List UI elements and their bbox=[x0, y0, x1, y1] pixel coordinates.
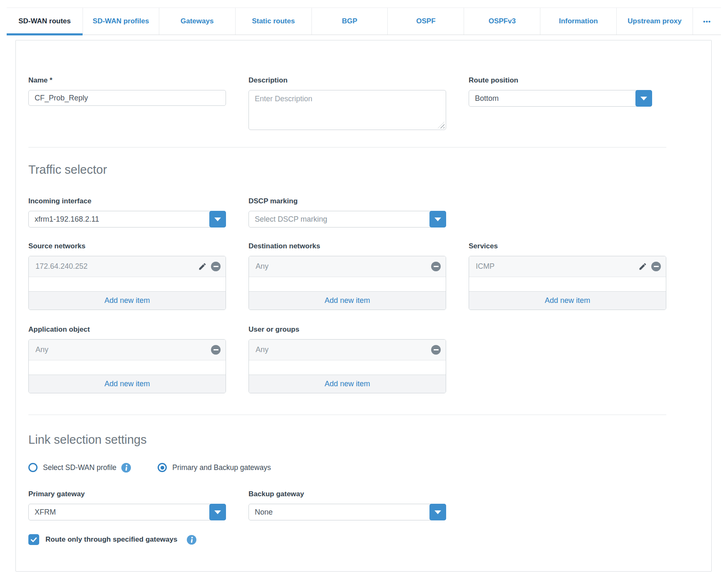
tab-ospf[interactable]: OSPF bbox=[387, 8, 464, 35]
application-object-field: Application object Any Add new item bbox=[28, 325, 226, 393]
chevron-down-icon[interactable] bbox=[429, 211, 446, 228]
backup-gateway-value: None bbox=[255, 508, 273, 517]
list-item: 172.64.240.252 bbox=[29, 256, 226, 277]
name-input[interactable] bbox=[28, 90, 226, 106]
route-edit-panel: Name * Description Route position Bottom… bbox=[15, 40, 712, 572]
application-object-listbox: Any Add new item bbox=[28, 339, 226, 393]
tab-bgp[interactable]: BGP bbox=[311, 8, 388, 35]
route-position-field: Route position Bottom bbox=[469, 76, 666, 107]
incoming-interface-label: Incoming interface bbox=[28, 197, 226, 205]
radio-primary-backup-gateways[interactable]: Primary and Backup gateways bbox=[158, 463, 271, 472]
list-item: Any bbox=[29, 340, 226, 360]
link-selection-radio-group: Select SD-WAN profile Primary and Backup… bbox=[28, 462, 667, 472]
user-or-groups-label: User or groups bbox=[249, 325, 446, 334]
route-position-select[interactable]: Bottom bbox=[469, 90, 652, 107]
description-field: Description bbox=[249, 76, 446, 130]
list-item-value: ICMP bbox=[476, 262, 638, 271]
chevron-down-icon[interactable] bbox=[429, 504, 446, 520]
traffic-selector-title: Traffic selector bbox=[28, 162, 667, 177]
destination-networks-label: Destination networks bbox=[249, 242, 446, 250]
tab-upstream-proxy[interactable]: Upstream proxy bbox=[616, 8, 693, 35]
tab-sdwan-routes[interactable]: SD-WAN routes bbox=[7, 8, 83, 35]
add-new-item-button[interactable]: Add new item bbox=[249, 375, 446, 393]
listbox-empty-area bbox=[249, 277, 446, 291]
edit-pencil-icon[interactable] bbox=[638, 262, 647, 271]
listbox-empty-area bbox=[469, 277, 666, 291]
list-item: Any bbox=[249, 256, 446, 277]
incoming-interface-select[interactable]: xfrm1-192.168.2.11 bbox=[28, 211, 226, 228]
backup-gateway-field: Backup gateway None bbox=[249, 490, 446, 520]
destination-networks-field: Destination networks Any Add new item bbox=[249, 242, 446, 310]
list-item-value: Any bbox=[35, 345, 211, 354]
user-or-groups-field: User or groups Any Add new item bbox=[249, 325, 446, 393]
backup-gateway-select[interactable]: None bbox=[249, 504, 446, 520]
remove-icon[interactable] bbox=[651, 262, 661, 271]
tab-sdwan-profiles[interactable]: SD-WAN profiles bbox=[83, 8, 159, 35]
section-divider bbox=[28, 147, 666, 148]
radio-selected-icon[interactable] bbox=[158, 463, 167, 472]
user-or-groups-listbox: Any Add new item bbox=[249, 339, 446, 393]
radio-select-sdwan-profile[interactable]: Select SD-WAN profile bbox=[28, 463, 131, 472]
source-networks-label: Source networks bbox=[28, 242, 226, 250]
route-position-value: Bottom bbox=[475, 94, 499, 103]
remove-icon[interactable] bbox=[431, 345, 441, 355]
edit-pencil-icon[interactable] bbox=[198, 262, 207, 271]
route-position-label: Route position bbox=[469, 76, 666, 85]
chevron-down-icon[interactable] bbox=[635, 90, 652, 107]
description-textarea[interactable] bbox=[249, 90, 446, 130]
list-item-value: Any bbox=[256, 345, 431, 354]
tab-gateways[interactable]: Gateways bbox=[159, 8, 235, 35]
list-item: Any bbox=[249, 340, 446, 360]
description-label: Description bbox=[249, 76, 446, 85]
radio-label: Select SD-WAN profile bbox=[43, 463, 116, 472]
route-only-label: Route only through specified gateways bbox=[45, 535, 177, 544]
checkbox-checked-icon[interactable] bbox=[28, 534, 39, 545]
listbox-empty-area bbox=[29, 360, 226, 375]
application-object-label: Application object bbox=[28, 325, 226, 334]
backup-gateway-label: Backup gateway bbox=[249, 490, 446, 498]
source-networks-field: Source networks 172.64.240.252 Add new i… bbox=[28, 242, 226, 310]
listbox-empty-area bbox=[249, 360, 446, 375]
listbox-empty-area bbox=[29, 277, 226, 291]
add-new-item-button[interactable]: Add new item bbox=[469, 291, 666, 310]
services-field: Services ICMP Add new item bbox=[469, 242, 666, 310]
info-icon[interactable] bbox=[121, 463, 131, 472]
dscp-marking-placeholder: Select DSCP marking bbox=[255, 215, 327, 224]
tab-ospfv3[interactable]: OSPFv3 bbox=[464, 8, 540, 35]
chevron-down-icon[interactable] bbox=[209, 211, 226, 228]
dscp-marking-select[interactable]: Select DSCP marking bbox=[249, 211, 446, 228]
add-new-item-button[interactable]: Add new item bbox=[249, 291, 446, 310]
primary-gateway-label: Primary gateway bbox=[28, 490, 226, 498]
list-item-value: 172.64.240.252 bbox=[35, 262, 198, 271]
more-tabs-icon[interactable]: ••• bbox=[693, 8, 721, 35]
dscp-marking-field: DSCP marking Select DSCP marking bbox=[249, 197, 446, 228]
source-networks-listbox: 172.64.240.252 Add new item bbox=[28, 256, 226, 310]
radio-label: Primary and Backup gateways bbox=[172, 463, 271, 472]
add-new-item-button[interactable]: Add new item bbox=[29, 291, 226, 310]
section-divider bbox=[28, 415, 666, 415]
dscp-marking-label: DSCP marking bbox=[249, 197, 446, 205]
remove-icon[interactable] bbox=[431, 262, 441, 271]
services-label: Services bbox=[469, 242, 666, 250]
list-item: ICMP bbox=[469, 256, 666, 277]
chevron-down-icon[interactable] bbox=[209, 504, 226, 520]
primary-gateway-select[interactable]: XFRM bbox=[28, 504, 226, 520]
services-listbox: ICMP Add new item bbox=[469, 256, 666, 310]
incoming-interface-field: Incoming interface xfrm1-192.168.2.11 bbox=[28, 197, 226, 228]
tab-information[interactable]: Information bbox=[540, 8, 616, 35]
remove-icon[interactable] bbox=[211, 345, 221, 355]
add-new-item-button[interactable]: Add new item bbox=[29, 375, 226, 393]
info-icon[interactable] bbox=[187, 535, 196, 545]
tab-static-routes[interactable]: Static routes bbox=[235, 8, 311, 35]
primary-gateway-field: Primary gateway XFRM bbox=[28, 490, 226, 520]
primary-gateway-value: XFRM bbox=[35, 508, 56, 517]
incoming-interface-value: xfrm1-192.168.2.11 bbox=[35, 215, 99, 224]
destination-networks-listbox: Any Add new item bbox=[249, 256, 446, 310]
name-field: Name * bbox=[28, 76, 226, 106]
remove-icon[interactable] bbox=[211, 262, 221, 271]
link-selection-title: Link selection settings bbox=[28, 432, 667, 447]
radio-unselected-icon[interactable] bbox=[28, 463, 38, 472]
name-label: Name * bbox=[28, 76, 226, 85]
list-item-value: Any bbox=[256, 262, 431, 271]
route-only-row: Route only through specified gateways bbox=[28, 534, 667, 545]
